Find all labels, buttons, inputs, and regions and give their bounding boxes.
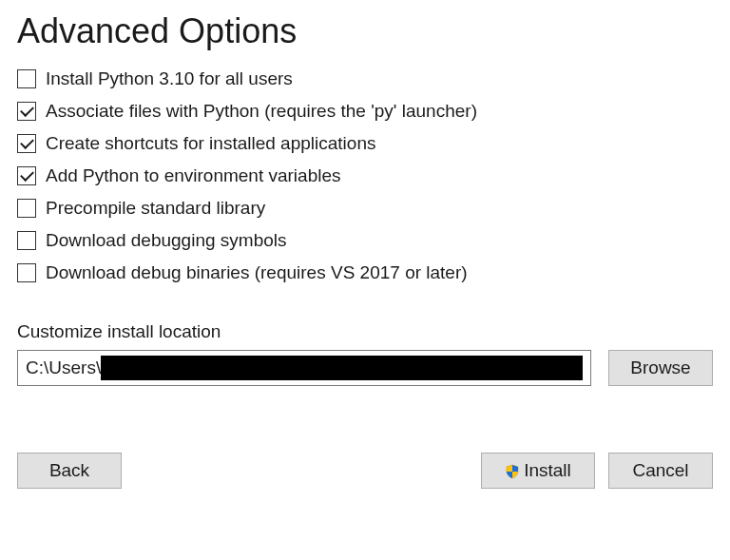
option-download-debug-binaries[interactable]: Download debug binaries (requires VS 201… (17, 262, 713, 283)
footer-buttons: Back Install Cancel (17, 453, 713, 489)
install-location-label: Customize install location (17, 321, 713, 342)
option-label: Download debug binaries (requires VS 201… (46, 262, 468, 283)
install-location-prefix: C:\Users\ (26, 357, 101, 378)
footer-right-buttons: Install Cancel (481, 453, 713, 489)
option-label: Precompile standard library (46, 198, 265, 219)
option-download-debug-symbols[interactable]: Download debugging symbols (17, 230, 713, 251)
option-create-shortcuts[interactable]: Create shortcuts for installed applicati… (17, 133, 713, 154)
shield-icon (505, 463, 520, 478)
option-label: Download debugging symbols (46, 230, 287, 251)
install-location-row: C:\Users\ Browse (17, 350, 713, 386)
install-location-redacted (101, 356, 583, 380)
install-button-label: Install (524, 460, 571, 481)
checkbox-icon[interactable] (17, 166, 36, 185)
checkbox-icon[interactable] (17, 134, 36, 153)
option-precompile-stdlib[interactable]: Precompile standard library (17, 198, 713, 219)
option-label: Add Python to environment variables (46, 165, 341, 186)
option-label: Associate files with Python (requires th… (46, 101, 477, 122)
checkbox-icon[interactable] (17, 69, 36, 88)
back-button[interactable]: Back (17, 453, 122, 489)
checkbox-icon[interactable] (17, 263, 36, 282)
cancel-button[interactable]: Cancel (608, 453, 713, 489)
page-title: Advanced Options (17, 11, 713, 51)
browse-button[interactable]: Browse (608, 350, 713, 386)
option-label: Install Python 3.10 for all users (46, 68, 293, 89)
checkbox-icon[interactable] (17, 199, 36, 218)
install-location-input[interactable]: C:\Users\ (17, 350, 591, 386)
checkbox-icon[interactable] (17, 102, 36, 121)
install-button[interactable]: Install (481, 453, 595, 489)
option-associate-files[interactable]: Associate files with Python (requires th… (17, 101, 713, 122)
checkbox-icon[interactable] (17, 231, 36, 250)
option-install-all-users[interactable]: Install Python 3.10 for all users (17, 68, 713, 89)
option-add-environment-vars[interactable]: Add Python to environment variables (17, 165, 713, 186)
options-list: Install Python 3.10 for all users Associ… (17, 68, 713, 283)
option-label: Create shortcuts for installed applicati… (46, 133, 375, 154)
